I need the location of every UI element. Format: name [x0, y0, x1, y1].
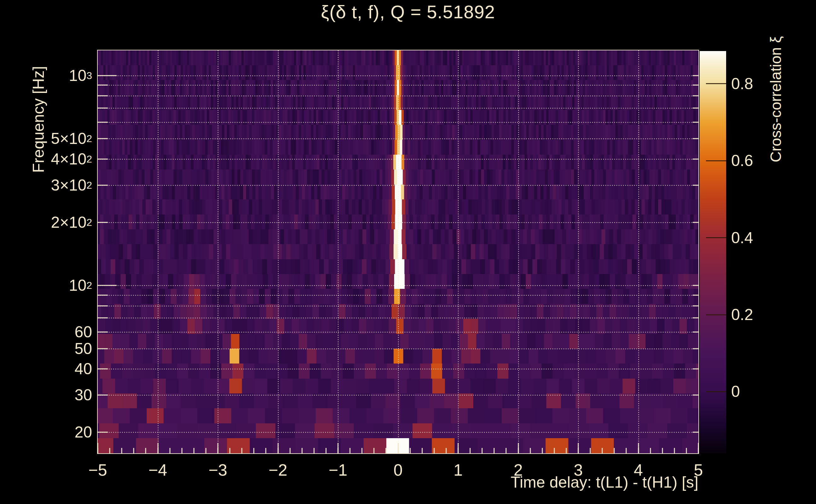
spectrogram-heatmap [98, 50, 698, 453]
y-tick-label-60: 60 [1, 323, 92, 341]
colorbar-tick-label-0: 0 [731, 382, 740, 401]
x-tick-label-0: 0 [394, 461, 403, 479]
colorbar-tick-0.2 [706, 314, 726, 315]
figure-canvas: ξ(δ t, f), Q = 5.51892 Frequency [Hz] Ti… [0, 0, 816, 504]
x-tick-label-4: 4 [634, 461, 643, 479]
colorbar-tick-0.6 [706, 160, 726, 161]
colorbar-tick-label-0.6: 0.6 [731, 152, 753, 170]
x-axis-title: Time delay: t(L1) - t(H1) [s] [511, 473, 698, 491]
x-tick-label-−4: −4 [148, 461, 167, 479]
x-tick-label-1: 1 [454, 461, 463, 479]
chart-title: ξ(δ t, f), Q = 5.51892 [0, 1, 816, 22]
colorbar-tick-0.4 [706, 237, 726, 238]
colorbar-tick-0 [706, 391, 726, 392]
y-tick-label-300: 3×102 [1, 176, 92, 194]
colorbar-gradient [700, 51, 726, 453]
x-tick-label-−3: −3 [209, 461, 227, 479]
x-tick-label-−2: −2 [269, 461, 287, 479]
y-tick-label-100: 102 [1, 276, 92, 295]
x-tick-label-5: 5 [694, 461, 703, 479]
colorbar-tick-0.8 [706, 83, 726, 84]
x-tick-label-2: 2 [514, 461, 523, 479]
colorbar-tick-label-0.4: 0.4 [731, 229, 753, 247]
colorbar-tick-label-0.8: 0.8 [731, 75, 753, 93]
y-tick-label-500: 5×102 [1, 129, 92, 148]
y-tick-label-40: 40 [1, 360, 92, 378]
y-tick-label-30: 30 [1, 386, 92, 404]
colorbar-title: Cross-correlation ξ [767, 0, 785, 241]
y-tick-label-1000: 103 [1, 66, 92, 85]
colorbar-tick-label-0.2: 0.2 [731, 306, 753, 324]
y-tick-label-200: 2×102 [1, 213, 92, 232]
y-tick-label-400: 4×102 [1, 150, 92, 168]
y-tick-label-50: 50 [1, 340, 92, 358]
y-tick-label-20: 20 [1, 423, 92, 441]
x-tick-label-3: 3 [574, 461, 583, 479]
x-tick-label-−5: −5 [88, 461, 107, 479]
x-tick-label-−1: −1 [329, 461, 347, 479]
